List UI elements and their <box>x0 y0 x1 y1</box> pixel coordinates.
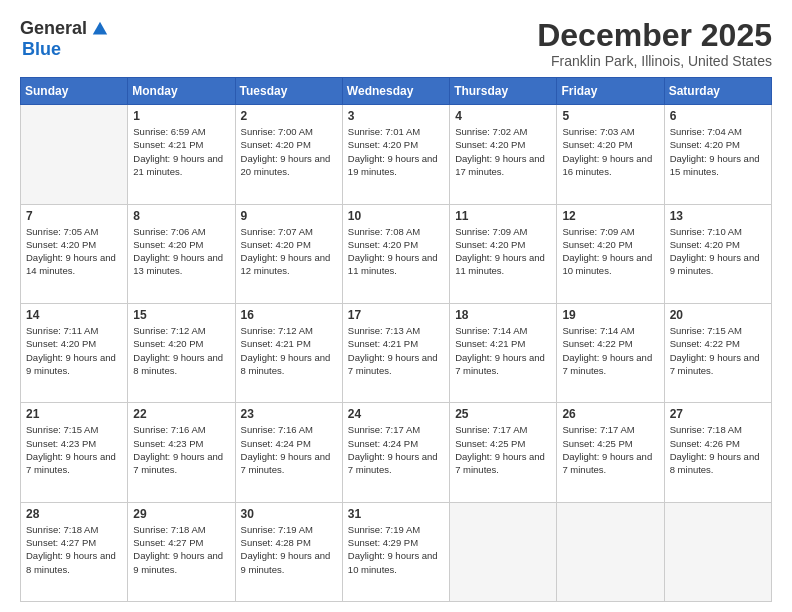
sunset-text: Sunset: 4:20 PM <box>241 138 337 151</box>
sunset-text: Sunset: 4:20 PM <box>26 337 122 350</box>
table-row: 12 Sunrise: 7:09 AM Sunset: 4:20 PM Dayl… <box>557 204 664 303</box>
calendar-week-row: 7 Sunrise: 7:05 AM Sunset: 4:20 PM Dayli… <box>21 204 772 303</box>
table-row <box>557 502 664 601</box>
daylight-text: Daylight: 9 hours and 9 minutes. <box>26 351 122 378</box>
daylight-text: Daylight: 9 hours and 10 minutes. <box>348 549 444 576</box>
logo-blue-text: Blue <box>22 39 61 60</box>
day-number: 16 <box>241 308 337 322</box>
table-row: 11 Sunrise: 7:09 AM Sunset: 4:20 PM Dayl… <box>450 204 557 303</box>
day-number: 19 <box>562 308 658 322</box>
daylight-text: Daylight: 9 hours and 21 minutes. <box>133 152 229 179</box>
sunset-text: Sunset: 4:27 PM <box>133 536 229 549</box>
sunrise-text: Sunrise: 7:12 AM <box>133 324 229 337</box>
day-number: 7 <box>26 209 122 223</box>
daylight-text: Daylight: 9 hours and 8 minutes. <box>241 351 337 378</box>
daylight-text: Daylight: 9 hours and 16 minutes. <box>562 152 658 179</box>
sunset-text: Sunset: 4:20 PM <box>455 238 551 251</box>
table-row: 13 Sunrise: 7:10 AM Sunset: 4:20 PM Dayl… <box>664 204 771 303</box>
day-number: 26 <box>562 407 658 421</box>
table-row: 6 Sunrise: 7:04 AM Sunset: 4:20 PM Dayli… <box>664 105 771 204</box>
sunrise-text: Sunrise: 7:04 AM <box>670 125 766 138</box>
day-number: 14 <box>26 308 122 322</box>
sunset-text: Sunset: 4:22 PM <box>562 337 658 350</box>
sunrise-text: Sunrise: 7:16 AM <box>241 423 337 436</box>
logo: General Blue <box>20 18 109 60</box>
table-row: 16 Sunrise: 7:12 AM Sunset: 4:21 PM Dayl… <box>235 303 342 402</box>
daylight-text: Daylight: 9 hours and 20 minutes. <box>241 152 337 179</box>
day-number: 8 <box>133 209 229 223</box>
sunrise-text: Sunrise: 7:00 AM <box>241 125 337 138</box>
daylight-text: Daylight: 9 hours and 7 minutes. <box>670 351 766 378</box>
daylight-text: Daylight: 9 hours and 7 minutes. <box>455 351 551 378</box>
day-number: 23 <box>241 407 337 421</box>
day-number: 1 <box>133 109 229 123</box>
sunset-text: Sunset: 4:26 PM <box>670 437 766 450</box>
sunset-text: Sunset: 4:20 PM <box>348 138 444 151</box>
sunrise-text: Sunrise: 7:08 AM <box>348 225 444 238</box>
day-number: 30 <box>241 507 337 521</box>
daylight-text: Daylight: 9 hours and 9 minutes. <box>670 251 766 278</box>
sunrise-text: Sunrise: 7:19 AM <box>241 523 337 536</box>
sunrise-text: Sunrise: 6:59 AM <box>133 125 229 138</box>
day-number: 27 <box>670 407 766 421</box>
calendar-header-row: Sunday Monday Tuesday Wednesday Thursday… <box>21 78 772 105</box>
sunrise-text: Sunrise: 7:02 AM <box>455 125 551 138</box>
table-row <box>664 502 771 601</box>
table-row: 30 Sunrise: 7:19 AM Sunset: 4:28 PM Dayl… <box>235 502 342 601</box>
table-row: 27 Sunrise: 7:18 AM Sunset: 4:26 PM Dayl… <box>664 403 771 502</box>
location: Franklin Park, Illinois, United States <box>537 53 772 69</box>
sunset-text: Sunset: 4:20 PM <box>562 138 658 151</box>
sunrise-text: Sunrise: 7:15 AM <box>670 324 766 337</box>
table-row: 8 Sunrise: 7:06 AM Sunset: 4:20 PM Dayli… <box>128 204 235 303</box>
table-row: 7 Sunrise: 7:05 AM Sunset: 4:20 PM Dayli… <box>21 204 128 303</box>
day-number: 20 <box>670 308 766 322</box>
table-row: 21 Sunrise: 7:15 AM Sunset: 4:23 PM Dayl… <box>21 403 128 502</box>
day-number: 5 <box>562 109 658 123</box>
header-friday: Friday <box>557 78 664 105</box>
daylight-text: Daylight: 9 hours and 13 minutes. <box>133 251 229 278</box>
calendar-week-row: 14 Sunrise: 7:11 AM Sunset: 4:20 PM Dayl… <box>21 303 772 402</box>
sunrise-text: Sunrise: 7:14 AM <box>562 324 658 337</box>
table-row <box>450 502 557 601</box>
day-number: 2 <box>241 109 337 123</box>
day-number: 4 <box>455 109 551 123</box>
table-row: 25 Sunrise: 7:17 AM Sunset: 4:25 PM Dayl… <box>450 403 557 502</box>
table-row: 26 Sunrise: 7:17 AM Sunset: 4:25 PM Dayl… <box>557 403 664 502</box>
daylight-text: Daylight: 9 hours and 7 minutes. <box>455 450 551 477</box>
month-title: December 2025 <box>537 18 772 53</box>
sunrise-text: Sunrise: 7:09 AM <box>562 225 658 238</box>
calendar-table: Sunday Monday Tuesday Wednesday Thursday… <box>20 77 772 602</box>
sunrise-text: Sunrise: 7:05 AM <box>26 225 122 238</box>
table-row: 20 Sunrise: 7:15 AM Sunset: 4:22 PM Dayl… <box>664 303 771 402</box>
sunrise-text: Sunrise: 7:07 AM <box>241 225 337 238</box>
sunset-text: Sunset: 4:27 PM <box>26 536 122 549</box>
daylight-text: Daylight: 9 hours and 17 minutes. <box>455 152 551 179</box>
header-tuesday: Tuesday <box>235 78 342 105</box>
day-number: 12 <box>562 209 658 223</box>
daylight-text: Daylight: 9 hours and 7 minutes. <box>133 450 229 477</box>
daylight-text: Daylight: 9 hours and 10 minutes. <box>562 251 658 278</box>
sunset-text: Sunset: 4:21 PM <box>348 337 444 350</box>
day-number: 31 <box>348 507 444 521</box>
sunset-text: Sunset: 4:22 PM <box>670 337 766 350</box>
table-row: 9 Sunrise: 7:07 AM Sunset: 4:20 PM Dayli… <box>235 204 342 303</box>
svg-marker-0 <box>93 21 107 34</box>
sunset-text: Sunset: 4:20 PM <box>348 238 444 251</box>
daylight-text: Daylight: 9 hours and 19 minutes. <box>348 152 444 179</box>
sunrise-text: Sunrise: 7:13 AM <box>348 324 444 337</box>
day-number: 29 <box>133 507 229 521</box>
table-row: 29 Sunrise: 7:18 AM Sunset: 4:27 PM Dayl… <box>128 502 235 601</box>
day-number: 11 <box>455 209 551 223</box>
table-row: 19 Sunrise: 7:14 AM Sunset: 4:22 PM Dayl… <box>557 303 664 402</box>
daylight-text: Daylight: 9 hours and 15 minutes. <box>670 152 766 179</box>
table-row: 14 Sunrise: 7:11 AM Sunset: 4:20 PM Dayl… <box>21 303 128 402</box>
daylight-text: Daylight: 9 hours and 8 minutes. <box>133 351 229 378</box>
logo-triangle-icon <box>91 20 109 38</box>
table-row: 18 Sunrise: 7:14 AM Sunset: 4:21 PM Dayl… <box>450 303 557 402</box>
table-row: 23 Sunrise: 7:16 AM Sunset: 4:24 PM Dayl… <box>235 403 342 502</box>
sunset-text: Sunset: 4:21 PM <box>133 138 229 151</box>
day-number: 6 <box>670 109 766 123</box>
logo-general-text: General <box>20 18 87 39</box>
sunset-text: Sunset: 4:20 PM <box>562 238 658 251</box>
sunrise-text: Sunrise: 7:10 AM <box>670 225 766 238</box>
